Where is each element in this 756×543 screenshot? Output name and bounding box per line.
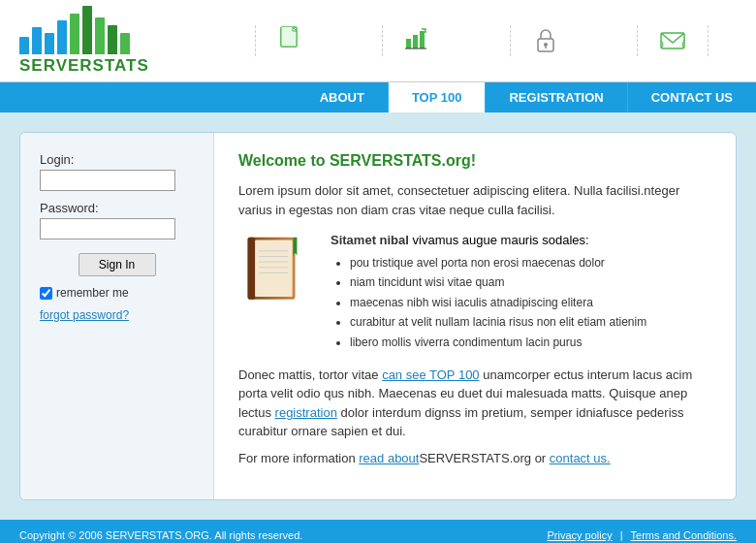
sitamet-para: Sitamet nibal vivamus augue mauris sodal…: [331, 233, 646, 247]
sign-in-button[interactable]: Sign In: [79, 253, 156, 276]
bar-9: [120, 33, 130, 54]
top100-link[interactable]: can see TOP 100: [382, 367, 479, 382]
bar-4: [57, 20, 67, 54]
logo-blue: SERVER: [19, 56, 93, 75]
read-about-link[interactable]: read about: [359, 451, 419, 465]
article: Welcome to SERVERSTATS.org! Lorem ipsum …: [214, 133, 736, 499]
bar-7: [95, 17, 105, 54]
svg-rect-4: [406, 39, 411, 48]
nav-icon-registration: [510, 25, 581, 56]
login-panel: Login: Password: Sign In remember me for…: [20, 133, 214, 499]
bar-2: [32, 27, 42, 54]
footer-links: Privacy policy | Terms and Conditions.: [547, 529, 737, 541]
logo-green: STATS: [93, 56, 149, 75]
header: SERVERSTATS: [0, 0, 756, 82]
password-label: Password:: [40, 201, 194, 215]
nav-contact[interactable]: CONTACT US: [627, 82, 756, 112]
login-label: Login:: [40, 152, 194, 167]
footer: Copyright © 2006 SERVERSTATS.ORG. All ri…: [0, 520, 756, 543]
login-input[interactable]: [40, 170, 175, 191]
sitamet-bold: Sitamet nibal: [331, 233, 409, 247]
svg-rect-14: [255, 240, 293, 297]
logo-area: SERVERSTATS: [19, 6, 149, 76]
bar-5: [70, 14, 79, 54]
bar-3: [45, 33, 54, 54]
book-svg: [238, 233, 306, 310]
footer-separator: |: [620, 529, 623, 541]
bullet-item: curabitur at velit nullam lacinia risus …: [350, 312, 646, 332]
email-icon: [657, 25, 688, 56]
lock-icon: [530, 25, 561, 56]
sitamet-row: Sitamet nibal vivamus augue mauris sodal…: [238, 233, 711, 352]
terms-conditions-link[interactable]: Terms and Conditions.: [631, 529, 737, 541]
logo-bars: [19, 6, 130, 54]
svg-rect-6: [420, 31, 425, 48]
main: Login: Password: Sign In remember me for…: [0, 112, 756, 520]
privacy-policy-link[interactable]: Privacy policy: [547, 529, 612, 541]
bullet-item: pou tristique avel porta non erosi maece…: [350, 253, 646, 272]
nav-icon-contact: [637, 25, 709, 56]
content-box: Login: Password: Sign In remember me for…: [19, 132, 737, 500]
svg-rect-5: [413, 35, 418, 48]
nav-about[interactable]: ABOUT: [297, 82, 388, 112]
bullet-item: niam tincidunt wisi vitae quam: [350, 272, 646, 292]
nav-icon-top100: [382, 25, 453, 56]
more-info: For more information read aboutSERVERSTA…: [238, 451, 711, 465]
sitamet-content: Sitamet nibal vivamus augue mauris sodal…: [331, 233, 646, 352]
svg-marker-20: [294, 238, 298, 256]
remember-me-label: remember me: [56, 286, 129, 300]
bullet-item: libero mollis viverra condimentum lacin …: [350, 333, 646, 352]
remember-me-row: remember me: [40, 286, 194, 300]
password-input[interactable]: [40, 218, 175, 240]
bar-6: [82, 6, 92, 54]
nav-icon-about: [255, 25, 326, 56]
remember-me-checkbox[interactable]: [40, 287, 52, 300]
book-image: [238, 233, 311, 352]
nav-icons: [227, 25, 737, 56]
more-before: For more information: [238, 451, 359, 465]
chart-icon: [402, 25, 433, 56]
registration-link[interactable]: registration: [275, 405, 337, 420]
intro-text: Lorem ipsum dolor sit amet, consectetuer…: [238, 181, 711, 219]
forgot-password-link[interactable]: forgot password?: [40, 308, 129, 322]
navbar: ABOUT TOP 100 REGISTRATION CONTACT US: [0, 82, 756, 112]
body-paragraph-1: Donec mattis, tortor vitae can see TOP 1…: [238, 366, 711, 441]
body1-before: Donec mattis, tortor vitae: [238, 367, 382, 382]
nav-top100[interactable]: TOP 100: [388, 82, 486, 112]
nav-registration[interactable]: REGISTRATION: [485, 82, 626, 112]
svg-rect-13: [248, 238, 256, 300]
bullet-list: pou tristique avel porta non erosi maece…: [331, 253, 646, 352]
document-icon: [275, 25, 306, 56]
svg-point-9: [544, 43, 548, 47]
sitamet-rest: vivamus augue mauris sodales:: [409, 233, 589, 247]
contact-us-link[interactable]: contact us.: [550, 451, 611, 465]
bullet-item: maecenas nibh wisi iaculis atnadipiscing…: [350, 293, 646, 312]
welcome-title: Welcome to SERVERSTATS.org!: [238, 152, 711, 170]
bar-1: [19, 37, 29, 54]
copyright-text: Copyright © 2006 SERVERSTATS.ORG. All ri…: [19, 529, 302, 541]
logo-text: SERVERSTATS: [19, 56, 149, 76]
more-mid: SERVERSTATS.org or: [419, 451, 549, 465]
bar-8: [108, 25, 117, 54]
